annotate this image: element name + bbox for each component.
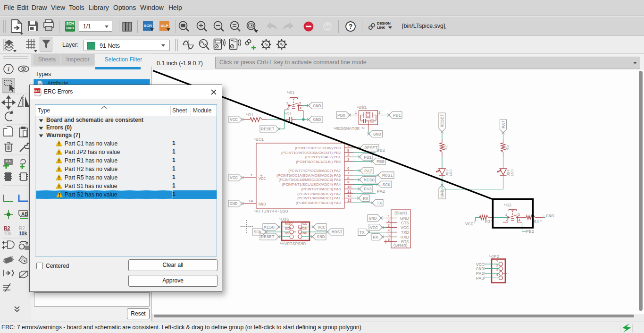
svg-text:1: 1: [286, 102, 289, 105]
svg-text:PA2: PA2: [377, 189, 385, 194]
svg-text:PA3: PA3: [364, 187, 372, 192]
svg-text:AVRISPSMD: AVRISPSMD: [282, 241, 306, 247]
svg-text:RTS: RTS: [401, 239, 409, 244]
svg-text:1: 1: [388, 215, 390, 218]
svg-text:TXD: TXD: [401, 230, 409, 235]
svg-text:VCC: VCC: [465, 222, 473, 227]
svg-text:RXD: RXD: [401, 235, 409, 239]
svg-text:2: 2: [347, 158, 350, 162]
svg-text:RESET: RESET: [364, 145, 378, 151]
svg-text:RESET: RESET: [261, 127, 275, 132]
svg-text:GND: GND: [317, 234, 325, 239]
svg-text:GND: GND: [229, 201, 237, 206]
svg-text:TX: TX: [359, 230, 365, 235]
svg-text:(PCINT7/ICP/OC0B/ADC7) PA7: (PCINT7/ICP/OC0B/ADC7) PA7: [288, 169, 341, 173]
svg-text:3: 3: [347, 153, 350, 157]
svg-text:PA7: PA7: [501, 120, 506, 128]
svg-text:PB0: PB0: [376, 159, 385, 164]
svg-text:SCK: SCK: [382, 182, 390, 188]
svg-text:10k: 10k: [19, 231, 27, 236]
svg-text:LED: LED: [510, 170, 514, 177]
svg-text:SCH: SCH: [34, 89, 41, 93]
svg-text:2: 2: [388, 220, 390, 223]
svg-text:MOSI: MOSI: [382, 173, 393, 178]
svg-text:(PCINT10/INT0/OC0A/CKOUT) PB2: (PCINT10/INT0/OC0A/CKOUT) PB2: [281, 151, 341, 155]
svg-text:(PCINT4/T1/SCL/USCK/ADC4) PA4: (PCINT4/T1/SCL/USCK/ADC4) PA4: [282, 182, 341, 187]
svg-text:GND: GND: [313, 117, 321, 122]
svg-text:S1: S1: [289, 90, 295, 95]
svg-text:2: 2: [287, 106, 289, 110]
svg-text:C1: C1: [286, 111, 292, 117]
svg-text:GO: GO: [324, 25, 331, 29]
svg-text:3: 3: [518, 213, 520, 217]
svg-text:8: 8: [347, 176, 350, 180]
svg-text:VCC: VCC: [318, 225, 326, 230]
svg-text:PB0: PB0: [337, 113, 345, 118]
svg-text:U$1: U$1: [359, 105, 367, 110]
svg-text:R3: R3: [485, 219, 491, 224]
svg-text:10k: 10k: [4, 231, 12, 236]
svg-text:GND: GND: [259, 202, 266, 207]
svg-text:1: 1: [251, 173, 253, 177]
svg-text:IC1: IC1: [256, 137, 264, 142]
svg-text:13: 13: [347, 199, 352, 203]
svg-text:4: 4: [519, 218, 521, 222]
svg-text:S2: S2: [506, 203, 512, 208]
svg-text:1: 1: [505, 213, 508, 217]
svg-text:SCK: SCK: [253, 230, 261, 235]
svg-text:RX: RX: [373, 235, 378, 240]
svg-text:4: 4: [388, 229, 390, 232]
svg-text:VCC: VCC: [230, 117, 238, 122]
svg-text:VCC: VCC: [401, 225, 409, 230]
svg-text:R4: R4: [534, 219, 539, 224]
svg-text:(PCINT2/AIN1/ADC2) PA2: (PCINT2/AIN1/ADC2) PA2: [297, 192, 341, 196]
svg-text:11: 11: [347, 190, 352, 194]
svg-text:MISO: MISO: [285, 222, 293, 225]
svg-text:MISO: MISO: [364, 178, 375, 183]
svg-text:6: 6: [388, 239, 390, 242]
svg-text:AB: AB: [21, 212, 28, 217]
svg-text:PB2: PB2: [377, 148, 385, 153]
svg-text:GND: GND: [368, 216, 376, 221]
svg-text:(PCINT0/AREF/ADC0) PA0: (PCINT0/AREF/ADC0) PA0: [296, 201, 341, 205]
svg-text:PA7: PA7: [364, 169, 372, 174]
svg-text:12: 12: [347, 194, 351, 198]
svg-text:PB2: PB2: [526, 229, 534, 234]
svg-text:GND: GND: [373, 132, 381, 137]
svg-text:VCC: VCC: [370, 225, 378, 231]
svg-text:PB1: PB1: [393, 113, 401, 118]
svg-text:(Black): (Black): [394, 211, 407, 215]
svg-text:3: 3: [378, 111, 381, 115]
svg-text:2: 2: [506, 218, 508, 222]
svg-text:ATTINY44-SSU: ATTINY44-SSU: [256, 209, 288, 214]
svg-text:GND: GND: [313, 103, 321, 109]
svg-text:GND: GND: [440, 189, 445, 197]
svg-text:2: 2: [496, 264, 498, 267]
svg-text:6: 6: [347, 167, 350, 171]
svg-text:R2: R2: [4, 225, 10, 231]
svg-text:R5: R5: [505, 145, 510, 151]
svg-text:10: 10: [347, 185, 352, 189]
svg-text:(PCINT9/XTAL2) PB1: (PCINT9/XTAL2) PB1: [305, 155, 341, 159]
svg-text:7: 7: [347, 171, 350, 175]
svg-text:4: 4: [496, 273, 498, 277]
svg-text:R2: R2: [443, 145, 449, 151]
svg-text:?: ?: [349, 23, 353, 30]
svg-text:VCC: VCC: [230, 175, 238, 180]
svg-text:RESET: RESET: [261, 234, 275, 239]
svg-text:U$5: U$5: [281, 217, 289, 222]
svg-text:(PCINT6/OC1A/SDA/MOSI/ADC6) PA: (PCINT6/OC1A/SDA/MOSI/ADC6) PA6: [276, 173, 341, 178]
svg-text:CTS: CTS: [401, 221, 409, 225]
svg-text:1: 1: [496, 259, 498, 263]
svg-text:3: 3: [299, 102, 301, 105]
svg-text:GND: GND: [546, 213, 554, 219]
svg-text:(PCINT8/XTAL1/CLKI) PB0: (PCINT8/XTAL1/CLKI) PB0: [296, 160, 341, 164]
svg-text:5: 5: [347, 149, 350, 153]
svg-text:3: 3: [388, 224, 390, 228]
svg-text:(PCINT1/AIN0/ADC1) PA1: (PCINT1/AIN0/ADC1) PA1: [297, 196, 341, 200]
svg-text:VCC: VCC: [301, 222, 308, 225]
svg-text:9: 9: [347, 180, 350, 184]
svg-text:5: 5: [388, 234, 390, 237]
svg-text:14: 14: [249, 199, 253, 203]
svg-text:(PCINT3/T0/ADC3) PA3: (PCINT3/T0/ADC3) PA3: [301, 187, 341, 191]
